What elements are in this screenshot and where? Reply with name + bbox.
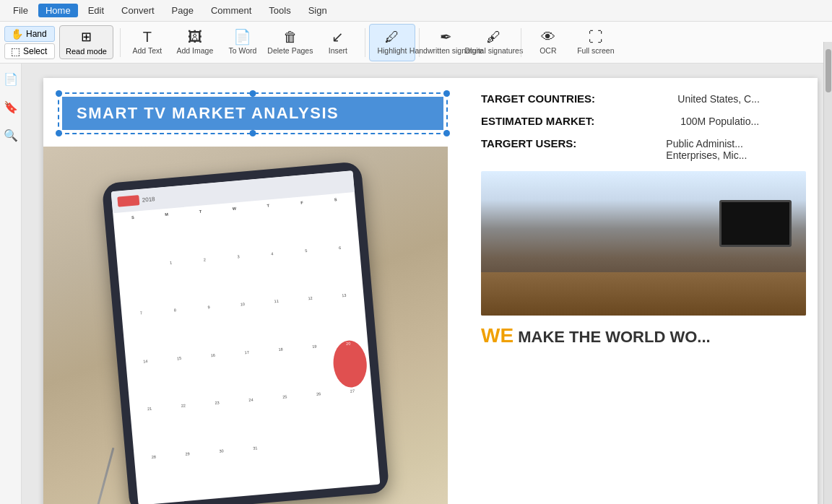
read-mode-label: Read mode [66, 47, 107, 56]
full-screen-icon: ⛶ [589, 30, 603, 44]
desk-surface [481, 272, 806, 316]
cal-cell: 15 [162, 354, 200, 404]
select-button[interactable]: ⬚ Select [4, 43, 55, 59]
insert-label: Insert [329, 46, 347, 55]
toolbar: ✋ Hand ⬚ Select ⊞ Read mode T Add Text 🖼… [0, 22, 832, 64]
highlight-icon: 🖊 [385, 30, 399, 44]
add-text-icon: T [143, 30, 152, 44]
delete-pages-button[interactable]: 🗑 Delete Pages [267, 24, 313, 61]
cal-cell: 24 [234, 396, 272, 446]
read-mode-button[interactable]: ⊞ Read mode [59, 25, 113, 59]
cal-day-t1: T [183, 207, 221, 257]
hand-select-group: ✋ Hand ⬚ Select [4, 26, 55, 59]
insert-icon: ↙ [332, 30, 344, 44]
handle-bm[interactable] [250, 130, 256, 136]
handle-tl[interactable] [56, 90, 62, 97]
menu-item-tools[interactable]: Tools [261, 4, 298, 17]
estimated-market-label: ESTIMATED MARKET: [481, 115, 680, 127]
digital-sig-button[interactable]: 🖋 Digital signatures [471, 24, 517, 61]
cal-cell: 18 [264, 344, 301, 394]
menu-item-home[interactable]: Home [38, 4, 78, 17]
document-title: SMART TV MARKET ANALYSIS [77, 104, 429, 123]
calendar-year: 2018 [142, 196, 155, 204]
cal-cell: 28 [137, 452, 175, 502]
add-image-button[interactable]: 🖼 Add Image [172, 24, 218, 61]
read-mode-icon: ⊞ [81, 29, 92, 45]
handle-tm[interactable] [250, 90, 256, 97]
cal-cell: 31 [238, 443, 276, 493]
hand-icon: ✋ [11, 28, 23, 40]
add-text-label: Add Text [133, 46, 162, 55]
add-text-button[interactable]: T Add Text [124, 24, 170, 61]
sidebar-page-icon[interactable]: 📄 [1, 69, 21, 89]
add-image-label: Add Image [176, 46, 213, 55]
cal-cell: 7 [124, 308, 162, 358]
insert-button[interactable]: ↙ Insert [315, 24, 361, 61]
target-users-row-inner: TARGERT USERS: Public Administ... Enterp… [481, 137, 806, 161]
tablet-image-area: 2018 S M T W T F S [43, 147, 448, 504]
target-users-value: Public Administ... Enterprises, Mic... [666, 137, 806, 161]
sidebar-bookmark-icon[interactable]: 🔖 [1, 97, 21, 117]
digital-sig-icon: 🖋 [487, 30, 501, 44]
we-text: WE [481, 324, 514, 347]
cal-cell: 3 [222, 252, 259, 302]
document-page: SMART TV MARKET ANALYSIS 201 [43, 78, 818, 504]
hand-button[interactable]: ✋ Hand [4, 26, 55, 42]
cal-cell: 2 [188, 255, 225, 305]
cal-cell: 19 [298, 342, 335, 391]
full-screen-label: Full screen [577, 46, 614, 55]
sidebar: 📄 🔖 🔍 [0, 64, 22, 504]
vertical-scrollbar[interactable] [823, 64, 832, 504]
cal-cell: 30 [204, 446, 242, 496]
title-selection-box[interactable]: SMART TV MARKET ANALYSIS [58, 92, 448, 134]
cal-cell: 23 [200, 399, 238, 448]
ocr-label: OCR [540, 46, 556, 55]
page-right-column: TARGET COUNTRIES: United States, C... ES… [469, 78, 818, 504]
menu-item-comment[interactable]: Comment [204, 4, 259, 17]
to-word-button[interactable]: 📄 To Word [220, 24, 266, 61]
cal-cell: 27 [336, 386, 373, 436]
cal-cell: 16 [196, 351, 234, 401]
page-left-column: SMART TV MARKET ANALYSIS 201 [43, 78, 469, 504]
cal-day-f: F [285, 199, 323, 248]
handle-bl[interactable] [56, 130, 62, 136]
scrollbar-thumb[interactable] [826, 64, 831, 92]
handle-br[interactable] [443, 130, 450, 136]
menu-item-page[interactable]: Page [165, 4, 201, 17]
title-background: SMART TV MARKET ANALYSIS [62, 97, 443, 130]
cal-cell: 9 [192, 303, 230, 352]
handwritten-sig-icon: ✒ [440, 30, 452, 44]
cal-day-m: M [150, 210, 187, 260]
calendar-grid: S M T W T F S 123456 78910111213 141516 [113, 192, 380, 504]
handwritten-sig-button[interactable]: ✒ Handwritten signature [423, 24, 469, 61]
cal-cell [120, 261, 157, 310]
delete-pages-label: Delete Pages [267, 46, 313, 55]
menu-item-edit[interactable]: Edit [81, 4, 111, 17]
office-image [481, 171, 806, 316]
estimated-market-value: 100M Populatio... [680, 115, 806, 127]
menu-item-file[interactable]: File [6, 4, 35, 17]
ocr-button[interactable]: 👁 OCR [525, 24, 571, 61]
main-area: 📄 🔖 🔍 [0, 64, 832, 504]
tablet-device: 2018 S M T W T F S [102, 161, 390, 504]
sidebar-search-icon[interactable]: 🔍 [1, 126, 21, 145]
target-countries-value: United States, C... [677, 92, 806, 105]
cal-cell: 11 [259, 297, 297, 347]
cal-day-s1: S [116, 213, 154, 263]
estimated-market-row: ESTIMATED MARKET: 100M Populatio... [481, 115, 806, 127]
cal-cell: 8 [158, 305, 196, 355]
menu-item-convert[interactable]: Convert [114, 4, 162, 17]
cal-cell: 13 [327, 291, 365, 341]
cal-cell: 21 [133, 404, 170, 454]
cal-cell: 17 [230, 347, 267, 397]
to-word-label: To Word [228, 46, 256, 55]
calendar-red-bar [117, 195, 139, 207]
select-label: Select [23, 46, 47, 56]
handle-tr[interactable] [443, 90, 450, 97]
cal-cell: 25 [268, 393, 306, 443]
delete-pages-icon: 🗑 [283, 30, 298, 44]
highlight-button[interactable]: 🖊 Highlight [369, 24, 415, 61]
full-screen-button[interactable]: ⛶ Full screen [573, 24, 619, 61]
make-world-text: MAKE THE WORLD WO... [514, 328, 711, 346]
menu-item-sign[interactable]: Sign [301, 4, 334, 17]
